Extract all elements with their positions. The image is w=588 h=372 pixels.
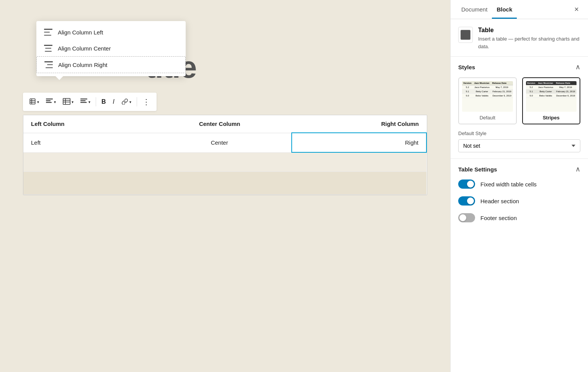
default-style-select[interactable]: Not set Default Stripes [458, 139, 580, 152]
center-column-header[interactable]: Center Column [148, 115, 292, 133]
left-cell-empty[interactable] [23, 152, 148, 172]
close-sidebar-button[interactable]: × [571, 2, 582, 17]
align-left-toolbar-btn[interactable]: ▾ [43, 96, 59, 108]
table-settings-section: Table Settings ∧ Fixed width table cells… [451, 159, 588, 236]
table-props-btn-arrow: ▾ [72, 100, 74, 104]
page-title: title [145, 50, 427, 85]
left-column-header[interactable]: Left Column [23, 115, 148, 133]
header-section-label: Header section [480, 198, 519, 204]
svg-rect-7 [63, 98, 70, 104]
table-props-toolbar-btn[interactable]: ▾ [60, 96, 77, 108]
align-right-icon [44, 61, 53, 68]
fixed-width-toggle[interactable] [458, 179, 475, 189]
svg-rect-14 [461, 30, 470, 39]
fixed-width-label: Fixed width table cells [480, 181, 537, 188]
svg-rect-5 [46, 100, 51, 101]
align-right-option[interactable]: Align Column Right [36, 56, 186, 73]
italic-toolbar-btn[interactable]: I [110, 96, 118, 108]
data-table: Left Column Center Column Right Column L… [23, 115, 427, 195]
svg-rect-11 [80, 98, 87, 99]
bold-icon: B [101, 98, 106, 105]
block-info: Table Insert a table — perfect for shari… [451, 19, 588, 57]
styles-section-header: Styles ∧ [458, 63, 580, 71]
footer-left-cell[interactable] [23, 172, 148, 195]
footer-section-toggle[interactable] [458, 213, 475, 222]
footer-section-toggle-row: Footer section [458, 213, 580, 222]
center-cell-empty[interactable] [148, 152, 292, 172]
align-center-option[interactable]: Align Column Center [36, 40, 186, 56]
align-center-label: Align Column Center [58, 45, 111, 52]
align-left-toolbar-icon [46, 98, 53, 106]
svg-rect-6 [46, 102, 52, 103]
italic-icon: I [113, 98, 114, 105]
align-center-icon [44, 45, 52, 52]
tab-block[interactable]: Block [492, 0, 517, 19]
header-section-toggle-row: Header section [458, 196, 580, 206]
table-settings-collapse-btn[interactable]: ∧ [575, 165, 580, 173]
right-cell-selected[interactable]: Right [292, 133, 426, 152]
default-style-preview: VersionJazz MusicianRelease Date 5.2Jaco… [462, 81, 513, 112]
center-cell[interactable]: Center [148, 133, 292, 152]
right-column-header[interactable]: Right Column [292, 115, 426, 133]
table-block-icon [460, 29, 471, 40]
table-settings-header: Table Settings ∧ [458, 165, 580, 173]
more-icon: ⋮ [142, 97, 150, 106]
svg-rect-12 [80, 100, 86, 101]
footer-section-knob [459, 214, 466, 221]
table-footer-row [23, 172, 426, 195]
footer-section-label: Footer section [480, 215, 517, 221]
block-description: Table Insert a table — perfect for shari… [478, 27, 580, 50]
stripes-style-card[interactable]: VersionJazz MusicianRelease Date 5.2Jaco… [522, 77, 581, 124]
footer-center-cell[interactable] [148, 172, 292, 195]
table-props-icon [63, 98, 70, 106]
styles-collapse-btn[interactable]: ∧ [575, 63, 580, 71]
table-container: Left Column Center Column Right Column L… [23, 115, 427, 195]
stripes-mini-table: VersionJazz MusicianRelease Date 5.2Jaco… [526, 81, 577, 98]
fixed-width-toggle-row: Fixed width table cells [458, 179, 580, 189]
sidebar: Document Block × Table Insert a table — … [450, 0, 588, 372]
svg-rect-4 [46, 98, 53, 99]
align-left-label: Align Column Left [58, 29, 103, 36]
block-toolbar: ▾ ▾ ▾ [23, 93, 157, 111]
left-cell[interactable]: Left [23, 133, 148, 152]
col-align-icon [80, 98, 87, 106]
tab-document[interactable]: Document [457, 0, 492, 19]
table-header-row: Left Column Center Column Right Column [23, 115, 426, 133]
svg-rect-0 [30, 99, 35, 104]
align-btn-arrow: ▾ [54, 100, 56, 104]
more-toolbar-btn[interactable]: ⋮ [139, 95, 154, 109]
header-section-toggle[interactable] [458, 196, 475, 206]
sidebar-tabs: Document Block × [451, 0, 588, 19]
col-align-toolbar-btn[interactable]: ▾ [77, 96, 93, 108]
link-icon [121, 98, 128, 106]
default-style-label: Default [462, 115, 513, 121]
stripes-style-label: Stripes [526, 115, 577, 121]
align-left-option[interactable]: Align Column Left [36, 24, 186, 40]
default-style-field-label: Default Style [458, 131, 580, 136]
toolbar-divider-1 [96, 97, 96, 106]
table-row [23, 152, 426, 172]
dropdown-arrow [56, 76, 63, 80]
styles-section: Styles ∧ VersionJazz MusicianRelease Dat… [451, 57, 588, 159]
stripes-style-preview: VersionJazz MusicianRelease Date 5.2Jaco… [526, 81, 577, 112]
default-style-card[interactable]: VersionJazz MusicianRelease Date 5.2Jaco… [458, 77, 517, 124]
align-dropdown-menu: Align Column Left Align Column Center Al… [36, 21, 186, 76]
block-title: Table [478, 27, 580, 34]
table-toolbar-btn[interactable]: ▾ [26, 96, 42, 108]
table-icon [29, 98, 36, 106]
right-cell-empty[interactable] [292, 152, 426, 172]
header-section-knob [467, 197, 474, 204]
style-cards-container: VersionJazz MusicianRelease Date 5.2Jaco… [458, 77, 580, 124]
link-toolbar-btn[interactable]: ▾ [118, 96, 134, 108]
table-row: Left Center Right [23, 133, 426, 152]
bold-toolbar-btn[interactable]: B [98, 96, 109, 108]
editor-area: Align Column Left Align Column Center Al… [0, 0, 450, 372]
col-align-btn-arrow: ▾ [88, 100, 90, 104]
svg-rect-13 [80, 102, 87, 103]
toolbar-divider-2 [137, 97, 137, 106]
block-subtitle: Insert a table — perfect for sharing cha… [478, 35, 580, 50]
table-btn-arrow: ▾ [37, 100, 39, 104]
align-right-label: Align Column Right [58, 62, 107, 68]
fixed-width-knob [467, 181, 474, 188]
footer-right-cell[interactable] [292, 172, 426, 195]
